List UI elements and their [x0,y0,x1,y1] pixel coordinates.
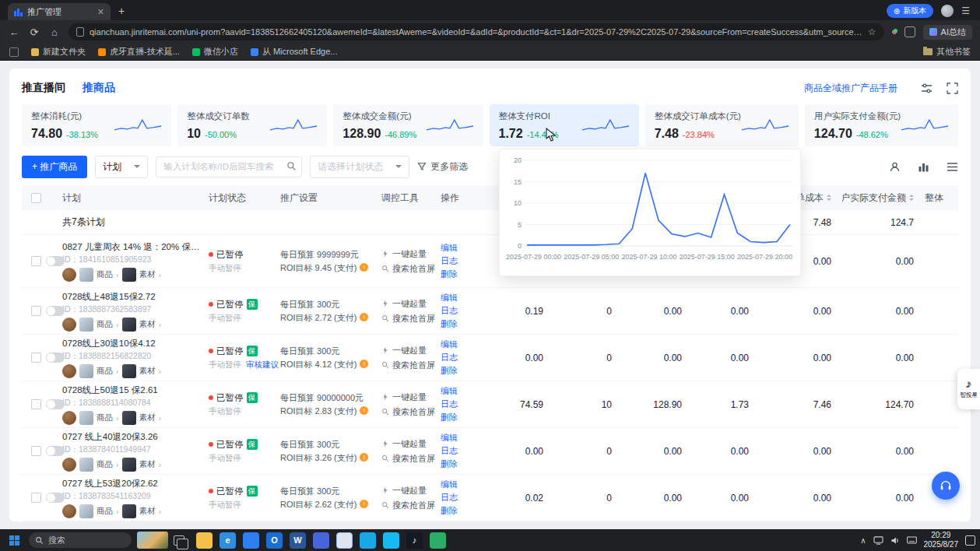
stat-card[interactable]: 整体消耗(元) 74.80-38.13% [22,104,171,146]
column-header[interactable]: 计划状态 [209,191,280,205]
edit-link[interactable]: 编辑 [441,241,487,254]
one-key-boost-link[interactable]: 一键起量 [392,390,427,405]
display-settings-icon[interactable] [921,82,933,94]
account-switch-icon[interactable] [889,161,901,173]
search-top-screen-link[interactable]: 搜索抢首屏 [392,498,435,513]
plan-status-select[interactable]: 请选择计划状态 [310,156,409,178]
column-header[interactable]: 用户实际支付金额 [842,191,925,205]
other-bookmarks[interactable]: 其他书签 [923,46,971,58]
custom-columns-icon[interactable] [947,161,958,173]
browser-profile-avatar[interactable] [941,5,954,17]
delete-link[interactable]: 删除 [441,268,487,281]
log-link[interactable]: 日志 [441,351,487,364]
widgets-thumbnail[interactable] [137,532,168,549]
search-top-screen-link[interactable]: 搜索抢首屏 [392,358,435,373]
promotion-manual-link[interactable]: 商品全域推广产品手册 [804,82,897,95]
product-link[interactable]: 商品 [97,459,113,470]
plan-name[interactable]: 0728线上48退15保2.72 [62,291,204,303]
browser-tab[interactable]: 推广管理 ✕ [8,3,111,20]
delete-link[interactable]: 删除 [441,504,487,518]
taskbar-app-icon[interactable] [336,532,353,549]
tab-close-icon[interactable]: ✕ [97,7,104,17]
plan-name[interactable]: 0727 线上53退20保2.62 [62,478,204,490]
action-center-icon[interactable] [965,535,975,546]
material-link[interactable]: 素材 [139,412,156,423]
edit-link[interactable]: 编辑 [441,291,487,304]
taskbar-app-icon[interactable] [313,532,329,549]
row-checkbox[interactable] [31,399,41,409]
new-version-button[interactable]: ⊕新版本 [887,4,933,18]
delete-link[interactable]: 删除 [441,364,487,377]
bookmark-item[interactable]: 从 Microsoft Edge... [251,46,338,58]
material-link[interactable]: 素材 [139,506,156,517]
keyboard-icon[interactable] [907,536,917,544]
taskbar-clock[interactable]: 20:29 2025/8/27 [924,531,959,550]
one-key-boost-link[interactable]: 一键起量 [392,483,427,498]
log-link[interactable]: 日志 [441,491,487,504]
material-link[interactable]: 素材 [139,459,156,470]
taskbar-search[interactable]: 搜索 [29,532,132,548]
page-info-icon[interactable] [76,27,84,37]
plan-toggle[interactable] [46,493,65,503]
edit-link[interactable]: 编辑 [441,431,487,444]
fullscreen-icon[interactable] [947,82,958,94]
plan-toggle[interactable] [46,446,65,456]
column-header[interactable]: 调控工具 [381,191,441,205]
log-link[interactable]: 日志 [441,254,487,268]
start-button[interactable] [5,532,23,549]
log-link[interactable]: 日志 [441,444,487,458]
taskbar-app-icon[interactable] [196,532,213,549]
material-link[interactable]: 素材 [139,366,156,377]
bookmark-item[interactable]: 微信小店 [192,46,238,58]
product-link[interactable]: 商品 [97,506,113,517]
one-key-boost-link[interactable]: 一键起量 [392,297,427,311]
new-tab-button[interactable]: + [118,5,125,17]
sort-icon[interactable] [909,195,914,201]
search-top-screen-link[interactable]: 搜索抢首屏 [392,405,435,419]
refresh-icon[interactable]: ⟳ [28,26,40,38]
back-icon[interactable]: ← [8,26,20,38]
plan-toggle[interactable] [46,353,65,363]
stat-card[interactable]: 整体成交订单成本(元) 7.48-23.84% [645,104,799,146]
roi-info-icon[interactable]: ! [360,500,368,508]
taskbar-app-icon[interactable] [383,532,399,549]
one-key-boost-link[interactable]: 一键起量 [392,247,427,261]
volume-icon[interactable] [890,536,900,545]
column-header[interactable]: 操作 [441,191,487,205]
search-top-screen-link[interactable]: 搜索抢首屏 [392,311,435,326]
search-top-screen-link[interactable]: 搜索抢首屏 [392,451,435,466]
sort-icon[interactable] [827,195,831,201]
plan-name[interactable]: 0727 线上40退20保3.26 [62,431,204,443]
row-checkbox[interactable] [31,256,41,266]
delete-link[interactable]: 删除 [441,458,487,471]
row-checkbox[interactable] [31,353,41,363]
one-key-boost-link[interactable]: 一键起量 [392,343,427,358]
edit-link[interactable]: 编辑 [441,384,487,398]
one-key-boost-link[interactable]: 一键起量 [392,437,427,451]
taskbar-app-icon[interactable]: ♪ [406,532,423,549]
promote-product-button[interactable]: + 推广商品 [22,156,87,178]
bookmark-item[interactable]: 新建文件夹 [31,46,86,58]
select-all-checkbox[interactable] [31,193,41,203]
stat-card[interactable]: 整体成交订单数 10-50.00% [177,104,327,146]
address-bar[interactable]: qianchuan.jinritemai.com/uni-prom?aavid=… [68,23,884,40]
taskbar-app-icon[interactable] [360,532,376,549]
delete-link[interactable]: 删除 [441,411,487,424]
column-header[interactable]: 整体 [925,191,958,205]
roi-info-icon[interactable]: ! [360,313,368,321]
product-link[interactable]: 商品 [97,412,113,423]
bookmarks-apps-icon[interactable] [9,47,19,57]
assistant-widget[interactable]: ♪ 智投星 [957,369,980,409]
taskbar-app-icon[interactable]: e [220,532,236,549]
browser-menu-icon[interactable]: ☰ [961,5,971,16]
plan-name[interactable]: 0728线上30退10保4.12 [62,338,204,349]
page-tab[interactable]: 推商品 [83,81,115,95]
customer-service-button[interactable] [932,472,960,500]
edit-link[interactable]: 编辑 [441,478,487,491]
stat-card[interactable]: 整体支付ROI 1.72-14.43% [490,104,639,146]
row-checkbox[interactable] [31,306,41,316]
delete-link[interactable]: 删除 [441,318,487,331]
taskbar-app-icon[interactable]: W [290,532,306,549]
roi-info-icon[interactable]: ! [360,263,368,272]
search-icon[interactable] [286,161,297,171]
